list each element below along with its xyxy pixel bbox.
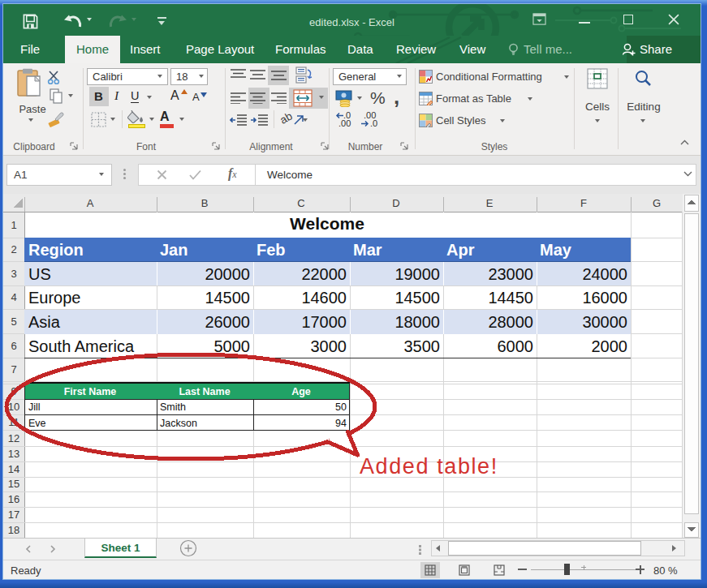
svg-text:First Name: First Name [64, 386, 117, 397]
svg-text:20000: 20000 [205, 265, 250, 283]
svg-text:B: B [201, 197, 209, 209]
svg-text:1: 1 [11, 219, 16, 231]
svg-text:A: A [87, 197, 94, 209]
svg-text:18: 18 [8, 524, 19, 536]
svg-text:4: 4 [11, 291, 16, 303]
svg-text:3500: 3500 [404, 337, 441, 355]
svg-text:May: May [540, 241, 572, 259]
svg-text:Smith: Smith [160, 401, 186, 413]
svg-text:G: G [653, 197, 661, 209]
svg-text:23000: 23000 [488, 265, 533, 283]
svg-text:South America: South America [28, 337, 135, 355]
svg-text:Welcome: Welcome [290, 214, 364, 233]
svg-text:2000: 2000 [592, 337, 628, 355]
svg-text:6: 6 [11, 340, 16, 352]
svg-text:Europe: Europe [28, 289, 81, 307]
svg-text:7: 7 [11, 363, 16, 376]
svg-text:US: US [28, 265, 51, 283]
svg-text:Last Name: Last Name [179, 386, 230, 397]
svg-text:15: 15 [8, 478, 19, 490]
svg-text:Jan: Jan [160, 241, 188, 259]
svg-text:Eve: Eve [28, 418, 46, 429]
svg-text:22000: 22000 [301, 265, 347, 283]
svg-text:28000: 28000 [488, 313, 533, 331]
svg-text:2: 2 [11, 243, 16, 255]
svg-text:Age: Age [291, 386, 311, 397]
svg-text:Added table!: Added table! [360, 454, 498, 479]
svg-text:30000: 30000 [582, 313, 627, 331]
svg-text:6000: 6000 [498, 337, 534, 355]
svg-text:14: 14 [8, 463, 19, 475]
svg-text:Jackson: Jackson [160, 418, 197, 429]
svg-text:E: E [486, 197, 494, 209]
svg-text:14600: 14600 [301, 289, 347, 307]
svg-text:26000: 26000 [205, 313, 250, 331]
svg-text:3000: 3000 [311, 337, 347, 355]
svg-text:Jill: Jill [28, 401, 41, 413]
svg-text:F: F [580, 197, 587, 209]
svg-text:5: 5 [11, 315, 16, 328]
svg-text:Asia: Asia [28, 313, 61, 331]
svg-text:17: 17 [8, 509, 19, 521]
svg-text:18000: 18000 [394, 313, 440, 331]
svg-text:Region: Region [28, 241, 84, 259]
svg-text:C: C [297, 197, 304, 209]
svg-text:13: 13 [8, 448, 19, 460]
svg-text:14500: 14500 [394, 289, 440, 307]
svg-text:Feb: Feb [257, 241, 286, 259]
svg-text:D: D [392, 197, 399, 209]
svg-text:14500: 14500 [205, 289, 250, 307]
svg-text:16: 16 [8, 493, 19, 505]
svg-text:17000: 17000 [301, 313, 347, 331]
svg-text:12: 12 [8, 432, 19, 444]
svg-text:10: 10 [8, 401, 19, 413]
svg-text:14450: 14450 [488, 289, 533, 307]
svg-text:50: 50 [335, 401, 347, 413]
svg-text:Apr: Apr [446, 241, 475, 259]
svg-text:5000: 5000 [214, 337, 251, 355]
svg-text:94: 94 [335, 418, 347, 429]
svg-text:19000: 19000 [394, 265, 440, 283]
svg-text:16000: 16000 [582, 289, 627, 307]
svg-text:3: 3 [11, 268, 16, 280]
svg-text:Mar: Mar [353, 241, 382, 259]
svg-text:24000: 24000 [582, 265, 627, 283]
